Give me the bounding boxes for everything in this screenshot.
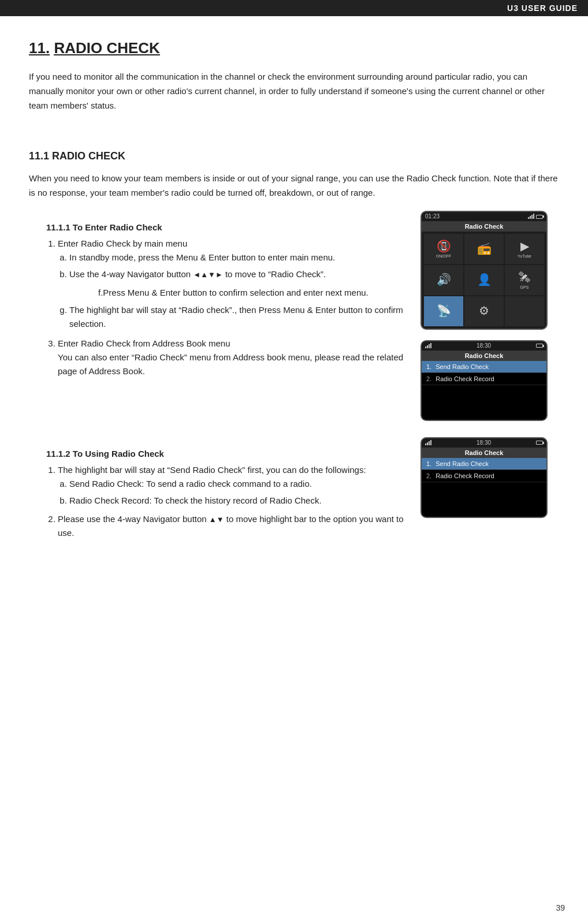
section-11-1-2-container: 11.1.2 To Using Radio Check The highligh…: [29, 437, 559, 546]
subitem-d: In standby mode, press the Menu & Enter …: [69, 251, 409, 264]
signal-icon-3: [425, 439, 431, 445]
chapter-intro: If you need to monitor all the communica…: [29, 70, 559, 113]
chapter-title-text: RADIO CHECK: [54, 39, 159, 57]
device-battery-3: [536, 439, 543, 446]
main-menu-grid: 📵 ON/OFF 📻 ▶ YuTube 🔊: [422, 232, 546, 329]
radio-icon: 📻: [477, 241, 492, 255]
list-item-2: Enter Radio Check by main menu In standb…: [58, 237, 409, 331]
section-11-1-1-container: 11.1.1 To Enter Radio Check Enter Radio …: [29, 211, 559, 431]
battery-icon-1: [536, 215, 543, 219]
battery-icon-3: [536, 441, 543, 445]
rc-item-2-b: 2. Radio Check Record: [422, 470, 546, 482]
device-time-1: 01:23: [425, 213, 440, 219]
youtube-icon: ▶: [520, 239, 529, 253]
signal-icon-2: [425, 342, 431, 348]
rc-item-1-highlighted: 1. Send Radio Check: [422, 361, 546, 373]
section-11-1-body: When you need to know your team members …: [29, 172, 559, 200]
subsection-11-1-2-heading: 11.1.2 To Using Radio Check: [46, 449, 409, 459]
rc-item-2: 2. Radio Check Record: [422, 373, 546, 385]
device-screen-3: 18:30 Radio Check 1. Send Radio Check 2.…: [422, 438, 546, 517]
device-screen-1: 01:23 Radio Check: [422, 212, 546, 329]
chapter-number: 11.: [29, 39, 50, 57]
device-status-icons-1: [528, 213, 543, 220]
subitem-f: f.Press Menu & Enter button to confirm s…: [98, 286, 409, 300]
menu-cell-radio: 📻: [464, 234, 504, 264]
rc-item-1-highlighted-2: 1. Send Radio Check: [422, 458, 546, 470]
signal-icon-1: [528, 213, 534, 219]
radiocheck-icon: 📡: [437, 304, 451, 318]
subitem-a: Send Radio Check: To send a radio check …: [69, 477, 409, 491]
sublist-d-g: In standby mode, press the Menu & Enter …: [69, 251, 409, 281]
section-11-1-2-list: The highlight bar will stay at “Send Rad…: [58, 463, 409, 540]
menu-cell-empty: [505, 296, 544, 326]
page-number: 39: [556, 903, 565, 912]
speaker-icon: 🔊: [437, 273, 451, 286]
section-11-1-2-text: 11.1.2 To Using Radio Check The highligh…: [29, 437, 409, 546]
contact-icon: 👤: [477, 273, 492, 286]
list-item-1: The highlight bar will stay at “Send Rad…: [58, 463, 409, 508]
settings-icon: ⚙: [479, 304, 489, 318]
device-status-bar-3: 18:30: [422, 438, 546, 448]
menu-cell-speaker: 🔊: [424, 265, 463, 295]
sublist-ab: Send Radio Check: To send a radio check …: [69, 477, 409, 508]
list-item-2b: Please use the 4-way Navigator button ▲▼…: [58, 512, 409, 540]
device-battery-2: [536, 342, 543, 349]
device-title-1: Radio Check: [422, 221, 546, 232]
device-mockup-2: 18:30 Radio Check 1. Send Radio Check 2.…: [420, 340, 548, 421]
device-3-col: 18:30 Radio Check 1. Send Radio Check 2.…: [420, 437, 559, 528]
device-time-3: 18:30: [477, 439, 491, 446]
menu-cell-settings: ⚙: [464, 296, 504, 326]
subitem-e: Use the 4-way Navigator button ◄▲▼► to m…: [69, 267, 409, 281]
device-mockup-1: 01:23 Radio Check: [420, 211, 548, 330]
menu-cell-contact: 👤: [464, 265, 504, 295]
section-11-1-1-list: Enter Radio Check by main menu In standb…: [58, 237, 409, 331]
device-signal-2: [425, 342, 431, 349]
device-title-3: Radio Check: [422, 448, 546, 458]
rc-screen-empty-space: [422, 385, 546, 420]
section-11-1-1-text: 11.1.1 To Enter Radio Check Enter Radio …: [29, 211, 409, 384]
device-status-bar-2: 18:30: [422, 341, 546, 351]
rc-screen-empty-space-2: [422, 482, 546, 517]
device-title-2: Radio Check: [422, 351, 546, 361]
device-mockup-3: 18:30 Radio Check 1. Send Radio Check 2.…: [420, 437, 548, 518]
menu-cell-onoff: 📵 ON/OFF: [424, 234, 463, 264]
sublist-g: The highlight bar will stay at “Radio ch…: [69, 303, 409, 331]
subsection-11-1-1-heading: 11.1.1 To Enter Radio Check: [46, 222, 409, 232]
onoff-icon: 📵: [437, 239, 451, 253]
device-screen-2: 18:30 Radio Check 1. Send Radio Check 2.…: [422, 341, 546, 420]
nav-symbol-e: ◄▲▼►: [193, 270, 222, 279]
device-status-bar-1: 01:23: [422, 212, 546, 221]
section-11-1-1-list-2: Enter Radio Check from Address Book menu…: [58, 337, 409, 378]
list-item-3: Enter Radio Check from Address Book menu…: [58, 337, 409, 378]
device-images-col: 01:23 Radio Check: [420, 211, 559, 431]
device-signal-3: [425, 439, 431, 446]
menu-cell-youtube: ▶ YuTube: [505, 234, 544, 264]
subitem-b: Radio Check Record: To check the history…: [69, 494, 409, 508]
chapter-title: 11. RADIO CHECK: [29, 39, 559, 57]
menu-cell-gps: 🛰 GPS: [505, 265, 544, 295]
header-title: U3 USER GUIDE: [507, 3, 578, 13]
section-11-1-heading: 11.1 RADIO CHECK: [29, 150, 559, 162]
battery-icon-2: [536, 344, 543, 348]
menu-cell-radiocheck: 📡: [424, 296, 463, 326]
subitem-g: The highlight bar will stay at “Radio ch…: [69, 303, 409, 331]
nav-symbol-2: ▲▼: [209, 515, 224, 524]
page-header: U3 USER GUIDE: [0, 0, 588, 16]
main-content: 11. RADIO CHECK If you need to monitor a…: [0, 16, 588, 580]
device-time-2: 18:30: [477, 342, 491, 349]
gps-icon: 🛰: [519, 271, 530, 284]
